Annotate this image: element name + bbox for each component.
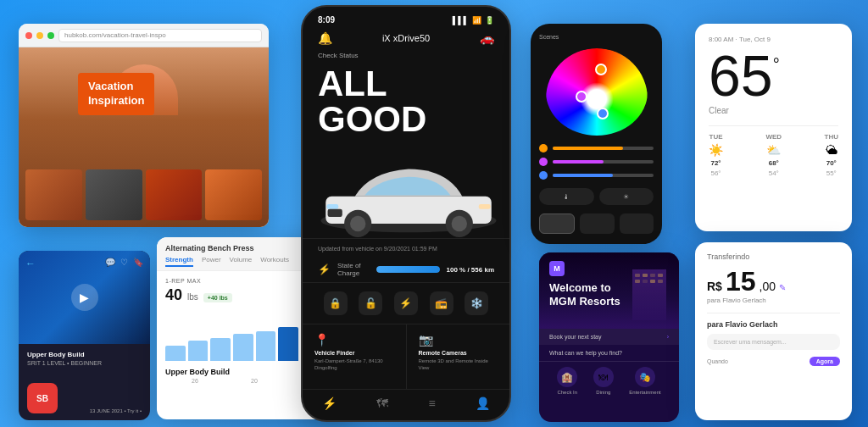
scene-item-3[interactable] — [620, 214, 654, 234]
bar-2 — [188, 341, 209, 361]
edit-icon[interactable]: ✎ — [779, 283, 786, 292]
svg-rect-8 — [328, 209, 342, 217]
tab-volume[interactable]: Volume — [230, 256, 253, 267]
close-dot — [25, 32, 32, 39]
day-icon-thu: 🌥 — [826, 143, 837, 157]
finder-icon: 📍 — [314, 333, 394, 347]
mgm-book-row[interactable]: Book your next stay › — [539, 329, 679, 345]
day-lo-tue: 56° — [710, 169, 721, 177]
weather-unit: ° — [773, 55, 780, 75]
mgm-building-illustration — [628, 269, 670, 329]
slider-track-2[interactable] — [553, 160, 654, 164]
mgm-dining-item[interactable]: 🍽 Dining — [593, 367, 614, 395]
car-header: 🔔 iX xDrive50 🚗 — [303, 28, 509, 52]
charge-value: 100 % / 556 km — [447, 266, 494, 274]
dining-icon-circle: 🍽 — [593, 367, 614, 387]
colorwheel-handle-1[interactable] — [595, 64, 607, 75]
day-lo-wed: 54° — [769, 169, 779, 177]
photo-thumb-2 — [86, 169, 142, 220]
when-value-badge[interactable]: Agora — [810, 357, 840, 366]
camera-desc: Remote 3D and Remote Inside View — [419, 358, 498, 372]
scene-item-1[interactable] — [539, 214, 575, 234]
back-arrow-icon[interactable]: ← — [25, 258, 36, 269]
video-title: Upper Body Build — [27, 351, 142, 358]
tab-strength[interactable]: Strength — [165, 256, 193, 267]
colorwheel-canvas[interactable] — [546, 48, 648, 136]
entertainment-icon-circle: 🎭 — [635, 367, 655, 387]
colorwheel-handle-3[interactable] — [597, 108, 609, 119]
brightness-button[interactable]: ☀ — [599, 188, 654, 205]
colorwheel-bottom-row: 🌡 ☀ — [539, 188, 654, 205]
forecast-tue: TUE ☀️ 72° 56° — [709, 133, 723, 177]
temperature-button[interactable]: 🌡 — [539, 188, 594, 205]
minimize-dot — [36, 32, 43, 39]
bar-4 — [233, 334, 253, 361]
tab-workouts[interactable]: Workouts — [260, 256, 289, 267]
wifi-icon: 📶 — [472, 16, 481, 25]
payment-to: para Flavio Gerlach — [707, 297, 840, 304]
finder-title: Vehicle Finder — [314, 350, 394, 356]
book-label: Book your next stay — [549, 334, 601, 340]
nav-menu[interactable]: ≡ — [428, 396, 435, 410]
photo-thumb-3 — [146, 169, 203, 220]
checkin-label: Check In — [557, 390, 577, 395]
tab-power[interactable]: Power — [202, 256, 221, 267]
charge-bar — [376, 266, 440, 273]
scene-selector — [539, 214, 654, 234]
payment-message-box[interactable]: Escrever uma mensagem... — [707, 334, 840, 350]
entertainment-label: Entertainment — [629, 390, 660, 395]
mgm-entertainment-item[interactable]: 🎭 Entertainment — [629, 367, 660, 395]
payment-recipient: para Flavio Gerlach — [707, 320, 840, 329]
camera-title: Remote Cameras — [419, 350, 498, 356]
slider-fill-1 — [553, 147, 623, 150]
climate-button[interactable]: ❄️ — [465, 291, 488, 315]
payment-currency: R$ — [707, 280, 722, 293]
remote-cameras-feature[interactable]: 📷 Remote Cameras Remote 3D and Remote In… — [407, 324, 510, 389]
app-logo: SB — [27, 383, 58, 413]
building-body — [632, 269, 666, 320]
lock-button[interactable]: 🔒 — [324, 291, 348, 315]
slider-fill-2 — [553, 160, 604, 164]
day-label-wed: WED — [765, 133, 782, 141]
slider-track-1[interactable] — [553, 147, 654, 150]
svg-point-5 — [452, 216, 467, 231]
bell-icon[interactable]: 🔔 — [318, 31, 332, 45]
slider-track-3[interactable] — [553, 174, 654, 177]
vehicle-finder-feature[interactable]: 📍 Vehicle Finder Karl-Dampert-Straße 7, … — [303, 324, 407, 389]
charge-fill — [376, 266, 440, 273]
colorwheel-handle-2[interactable] — [576, 91, 587, 103]
when-label: Quando — [707, 358, 728, 364]
camera-icon: 📷 — [419, 333, 498, 347]
bookmark-icon: 🔖 — [133, 258, 143, 267]
all-good-headline: ALL GOOD — [303, 63, 509, 141]
weather-temperature: 65 — [709, 47, 773, 104]
unlock-button[interactable]: 🔓 — [359, 291, 382, 315]
photo-grid — [25, 169, 262, 220]
video-timestamp: 13 JUNE 2021 • Try it • — [90, 408, 142, 413]
svg-rect-6 — [326, 204, 338, 209]
photo-thumb-4 — [205, 169, 262, 220]
charge-button[interactable]: ⚡ — [394, 291, 418, 315]
nav-map[interactable]: 🗺 — [376, 396, 388, 410]
car-model: iX xDrive50 — [382, 33, 430, 43]
nav-profile[interactable]: 👤 — [476, 396, 490, 410]
car-hero: Check Status ALL GOOD — [303, 52, 509, 238]
play-button[interactable]: ▶ — [71, 284, 98, 311]
video-hero: ← 💬 ♡ 🔖 ▶ — [19, 251, 150, 344]
url-bar[interactable]: hubkob.com/vacation-travel-inspo — [58, 29, 262, 42]
colorwheel-card: Scenes — [531, 24, 662, 244]
payment-decimal: ,00 — [760, 280, 776, 293]
svg-point-3 — [350, 216, 365, 231]
scene-item-2[interactable] — [580, 214, 614, 234]
nav-home[interactable]: ⚡ — [322, 396, 337, 410]
charge-icon: ⚡ — [318, 263, 331, 275]
vacation-title: Vacation Inspiration — [78, 73, 154, 115]
horn-button[interactable]: 📻 — [430, 291, 453, 315]
car-icon: 🚗 — [480, 31, 494, 45]
payment-when-row: Quando Agora — [707, 357, 840, 366]
mgm-checkin-item[interactable]: 🏨 Check In — [557, 367, 577, 395]
updated-text: Updated from vehicle on 9/20/2021 01:59 … — [303, 238, 509, 257]
colorwheel-sliders — [539, 144, 654, 180]
charge-row: ⚡ State of Charge 100 % / 556 km — [303, 257, 509, 283]
heart-icon: ♡ — [120, 258, 128, 267]
